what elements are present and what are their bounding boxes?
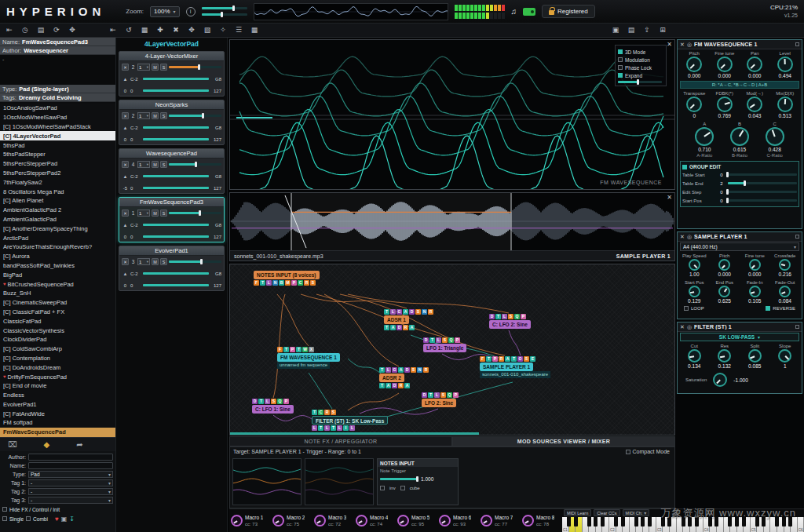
port-chip[interactable]: C <box>298 280 303 286</box>
piano-black-key[interactable] <box>574 517 578 527</box>
port-chip[interactable]: P <box>291 280 297 286</box>
expand-toggle[interactable]: ▲ <box>122 77 129 82</box>
port-chip[interactable]: N <box>417 367 422 373</box>
port-chip[interactable]: E <box>530 356 535 362</box>
piano-black-key[interactable] <box>788 517 792 527</box>
tag1-select[interactable]: -▾ <box>28 479 113 486</box>
morph-slider[interactable] <box>618 81 662 83</box>
port-chip[interactable]: A <box>398 367 404 373</box>
port-chip[interactable]: L <box>349 425 355 431</box>
macro-knob-5[interactable] <box>397 515 409 527</box>
preset-item[interactable]: [C] 4LayerVectorPad <box>0 131 115 140</box>
folder-icon[interactable]: ▤ <box>35 25 47 35</box>
node-title[interactable]: LFO 1: Triangle <box>423 344 466 352</box>
node-title[interactable]: C: LFO 1: Sine <box>252 405 294 414</box>
piano-black-key[interactable] <box>621 517 625 527</box>
port-chip[interactable]: F <box>277 347 283 352</box>
port-chip[interactable]: R <box>403 325 408 330</box>
type-select[interactable]: Pad▾ <box>28 471 113 478</box>
node-title[interactable]: FM WAVESEQUENCE 1 <box>277 353 340 362</box>
group-edit-slider[interactable] <box>728 191 797 193</box>
port-chip[interactable]: S <box>331 410 336 415</box>
zoom-select[interactable]: 100% ▾ <box>150 6 179 17</box>
port-chip[interactable]: L <box>436 337 441 343</box>
paste-icon[interactable]: ▤ <box>625 25 638 35</box>
port-chip[interactable]: S <box>310 280 316 286</box>
single-checkbox[interactable] <box>2 516 7 521</box>
vel-range-slider[interactable] <box>143 284 209 286</box>
port-chip[interactable]: T <box>384 325 389 330</box>
undo-icon[interactable]: ↺ <box>122 25 135 35</box>
knob-crossfade[interactable] <box>779 259 791 271</box>
mute-button[interactable]: M <box>152 258 159 265</box>
preset-item[interactable]: ClockDividerPad <box>0 335 115 344</box>
remove-layer-button[interactable]: ✕ <box>122 64 129 71</box>
compact-mode-checkbox[interactable] <box>626 450 630 454</box>
preset-item[interactable]: ClassicFatPad <box>0 316 115 326</box>
port-chip[interactable]: T <box>379 383 385 388</box>
poly-select[interactable]: 1▾ <box>137 258 150 265</box>
key-range-slider[interactable] <box>143 78 209 80</box>
solo-button[interactable]: S <box>160 161 167 168</box>
level-slider[interactable] <box>169 66 221 68</box>
knob-cut[interactable] <box>688 349 701 363</box>
move-icon[interactable]: ✥ <box>66 25 79 35</box>
remove-layer-button[interactable]: ✕ <box>122 112 129 119</box>
key-range-slider[interactable] <box>143 175 209 177</box>
preset-item[interactable]: ♥DriftyFmSequencePad <box>0 372 115 381</box>
port-chip[interactable]: F <box>480 356 485 362</box>
combi-checkbox[interactable] <box>26 516 31 521</box>
tab-notefx[interactable]: NOTE FX / ARPEGGIATOR <box>229 436 452 446</box>
preset-item[interactable]: [C] Aurora <box>0 252 115 261</box>
save-icon[interactable]: ▦ <box>138 25 151 35</box>
solo-button[interactable]: S <box>160 210 167 217</box>
port-chip[interactable]: T <box>384 309 389 315</box>
macro-knob-2[interactable] <box>272 515 284 527</box>
preset-item[interactable]: 5thsPercStepperPad <box>0 159 115 169</box>
poly-select[interactable]: 1▾ <box>137 112 150 119</box>
preset-item[interactable]: [C] CinematicSweepPad <box>0 298 115 308</box>
knob-start-pos[interactable] <box>689 286 700 297</box>
level-slider[interactable] <box>169 163 221 166</box>
preset-item[interactable]: 1OscModWheelSawPad <box>0 113 115 122</box>
knob-pan[interactable] <box>747 56 762 72</box>
save-icon[interactable]: ▣ <box>61 516 68 523</box>
port-chip[interactable]: D <box>392 383 397 388</box>
skip-to-start-icon[interactable]: ⇤ <box>3 25 16 35</box>
preset-item[interactable]: Endless <box>0 391 115 400</box>
macro-knob-6[interactable] <box>439 515 451 527</box>
name-input[interactable] <box>28 462 113 469</box>
preset-item[interactable]: 7thFloatySaw2 <box>0 177 115 187</box>
port-chip[interactable]: T <box>379 367 385 373</box>
knob-play-speed[interactable] <box>689 259 700 271</box>
graph-node[interactable]: DTLSQPLFO 2: Sine <box>422 392 459 407</box>
reverse-checkbox[interactable] <box>766 306 770 311</box>
port-chip[interactable]: T <box>495 314 501 319</box>
favorite-icon[interactable]: ♥ <box>55 516 59 523</box>
knob-fine-tune[interactable] <box>749 259 761 271</box>
knob-transpose[interactable] <box>686 97 702 112</box>
preset-item[interactable]: [C] DoAndroidsDream <box>0 363 115 372</box>
download-icon[interactable]: ↧ <box>69 516 75 523</box>
knob-fade-out[interactable] <box>779 286 791 297</box>
graph-node[interactable]: DTLSQPC: LFO 2: Sine <box>489 313 531 329</box>
port-chip[interactable]: G <box>397 309 402 315</box>
preset-item[interactable]: bandPassSoftPad_twinkles <box>0 261 115 271</box>
piano-black-key[interactable] <box>695 517 699 527</box>
graph-node[interactable]: FTPRATOSESAMPLE PLAYER 1sonnets_001-010_… <box>480 355 550 378</box>
info-icon[interactable]: i <box>186 7 196 16</box>
key-range-slider[interactable] <box>143 224 209 226</box>
graph-node[interactable]: TLGADSNRADSR 1TADRA <box>384 308 433 331</box>
node-title[interactable]: NOTES INPUT (8 voices) <box>254 271 320 279</box>
port-chip[interactable]: A <box>390 325 396 330</box>
port-chip[interactable]: S <box>415 309 421 315</box>
hide-fx-checkbox[interactable] <box>2 507 7 512</box>
graph-node[interactable]: NOTES INPUT (8 voices)FTLNBMPCRS <box>254 271 320 286</box>
port-chip[interactable]: L <box>390 309 396 315</box>
preset-item[interactable]: 5thsPadStepper <box>0 150 115 159</box>
preset-item[interactable]: FM softpad <box>0 418 115 428</box>
piano-black-key[interactable] <box>682 517 685 527</box>
mute-button[interactable]: M <box>152 161 159 168</box>
solo-button[interactable]: S <box>160 258 167 265</box>
favorites-icon[interactable]: ◆ <box>44 440 50 449</box>
